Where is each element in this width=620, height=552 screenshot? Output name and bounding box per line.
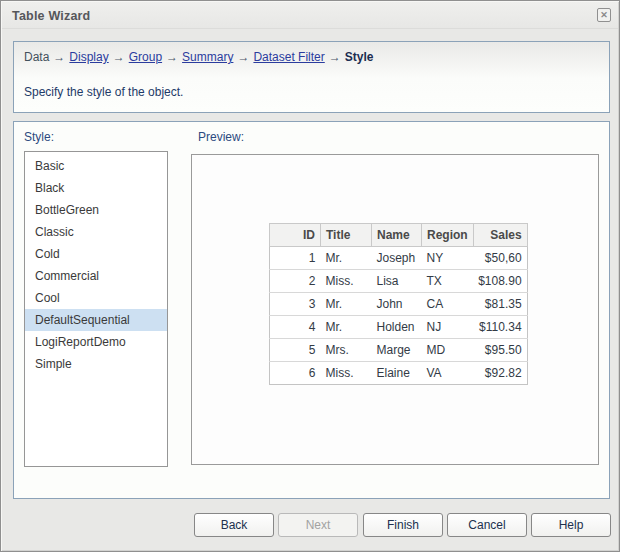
style-listbox[interactable]: BasicBlackBottleGreenClassicColdCommerci… [24, 151, 168, 467]
preview-cell-title: Mrs. [321, 339, 372, 362]
preview-cell-region: NY [422, 247, 474, 270]
preview-col-sales: Sales [473, 224, 527, 247]
preview-cell-id: 3 [270, 293, 321, 316]
preview-cell-id: 4 [270, 316, 321, 339]
preview-cell-title: Mr. [321, 293, 372, 316]
preview-cell-name: Joseph [372, 247, 422, 270]
preview-cell-region: CA [422, 293, 474, 316]
preview-cell-id: 5 [270, 339, 321, 362]
breadcrumb-step-group[interactable]: Group [129, 50, 162, 64]
finish-button[interactable]: Finish [363, 513, 443, 537]
preview-cell-sales: $92.82 [473, 362, 527, 385]
breadcrumb-arrow-icon: → [162, 50, 182, 64]
preview-cell-title: Miss. [321, 362, 372, 385]
title-bar: Table Wizard ✕ [2, 2, 618, 29]
table-wizard-dialog: Table Wizard ✕ Data→Display→Group→Summar… [0, 0, 620, 552]
preview-cell-name: John [372, 293, 422, 316]
preview-cell-name: Lisa [372, 270, 422, 293]
preview-cell-sales: $110.34 [473, 316, 527, 339]
wizard-body-panel: Style: BasicBlackBottleGreenClassicColdC… [13, 121, 610, 499]
preview-cell-sales: $108.90 [473, 270, 527, 293]
breadcrumb-step-summary[interactable]: Summary [182, 50, 233, 64]
preview-row: 2Miss.LisaTX$108.90 [270, 270, 528, 293]
dialog-title: Table Wizard [12, 9, 90, 23]
breadcrumb-step-style: Style [345, 50, 374, 64]
preview-cell-title: Mr. [321, 247, 372, 270]
breadcrumb-step-dataset-filter[interactable]: Dataset Filter [253, 50, 324, 64]
close-icon[interactable]: ✕ [597, 8, 611, 22]
style-option-simple[interactable]: Simple [25, 353, 167, 375]
breadcrumb-arrow-icon: → [233, 50, 253, 64]
preview-cell-region: MD [422, 339, 474, 362]
preview-row: 4Mr.HoldenNJ$110.34 [270, 316, 528, 339]
help-button[interactable]: Help [531, 513, 611, 537]
preview-cell-region: NJ [422, 316, 474, 339]
preview-col-region: Region [422, 224, 474, 247]
preview-cell-sales: $95.50 [473, 339, 527, 362]
preview-table: IDTitleNameRegionSales 1Mr.JosephNY$50,6… [269, 223, 528, 385]
breadcrumb-arrow-icon: → [109, 50, 129, 64]
style-option-logireportdemo[interactable]: LogiReportDemo [25, 331, 167, 353]
breadcrumb-step-data: Data [24, 50, 49, 64]
breadcrumb-step-display[interactable]: Display [69, 50, 108, 64]
preview-label: Preview: [198, 130, 244, 144]
preview-row: 5Mrs.MargeMD$95.50 [270, 339, 528, 362]
preview-col-id: ID [270, 224, 321, 247]
preview-cell-sales: $81.35 [473, 293, 527, 316]
preview-area: IDTitleNameRegionSales 1Mr.JosephNY$50,6… [191, 154, 599, 465]
preview-row: 3Mr.JohnCA$81.35 [270, 293, 528, 316]
back-button[interactable]: Back [194, 513, 274, 537]
style-option-classic[interactable]: Classic [25, 221, 167, 243]
style-option-commercial[interactable]: Commercial [25, 265, 167, 287]
preview-cell-name: Elaine [372, 362, 422, 385]
preview-row: 6Miss.ElaineVA$92.82 [270, 362, 528, 385]
preview-cell-region: VA [422, 362, 474, 385]
style-option-defaultsequential[interactable]: DefaultSequential [25, 309, 167, 331]
preview-cell-name: Marge [372, 339, 422, 362]
wizard-header-panel: Data→Display→Group→Summary→Dataset Filte… [13, 41, 610, 113]
preview-col-name: Name [372, 224, 422, 247]
style-label: Style: [24, 130, 54, 144]
preview-table-body: 1Mr.JosephNY$50,602Miss.LisaTX$108.903Mr… [270, 247, 528, 385]
breadcrumb-arrow-icon: → [49, 50, 69, 64]
style-option-cool[interactable]: Cool [25, 287, 167, 309]
style-option-basic[interactable]: Basic [25, 155, 167, 177]
preview-cell-id: 6 [270, 362, 321, 385]
cancel-button[interactable]: Cancel [447, 513, 527, 537]
next-button: Next [278, 513, 358, 537]
style-option-cold[interactable]: Cold [25, 243, 167, 265]
preview-row: 1Mr.JosephNY$50,60 [270, 247, 528, 270]
preview-cell-title: Mr. [321, 316, 372, 339]
preview-cell-id: 2 [270, 270, 321, 293]
instruction-text: Specify the style of the object. [24, 85, 183, 99]
preview-cell-region: TX [422, 270, 474, 293]
preview-table-head: IDTitleNameRegionSales [270, 224, 528, 247]
preview-cell-title: Miss. [321, 270, 372, 293]
preview-col-title: Title [321, 224, 372, 247]
style-option-black[interactable]: Black [25, 177, 167, 199]
breadcrumb: Data→Display→Group→Summary→Dataset Filte… [24, 50, 373, 64]
preview-cell-name: Holden [372, 316, 422, 339]
breadcrumb-arrow-icon: → [325, 50, 345, 64]
preview-cell-sales: $50,60 [473, 247, 527, 270]
style-option-bottlegreen[interactable]: BottleGreen [25, 199, 167, 221]
preview-cell-id: 1 [270, 247, 321, 270]
